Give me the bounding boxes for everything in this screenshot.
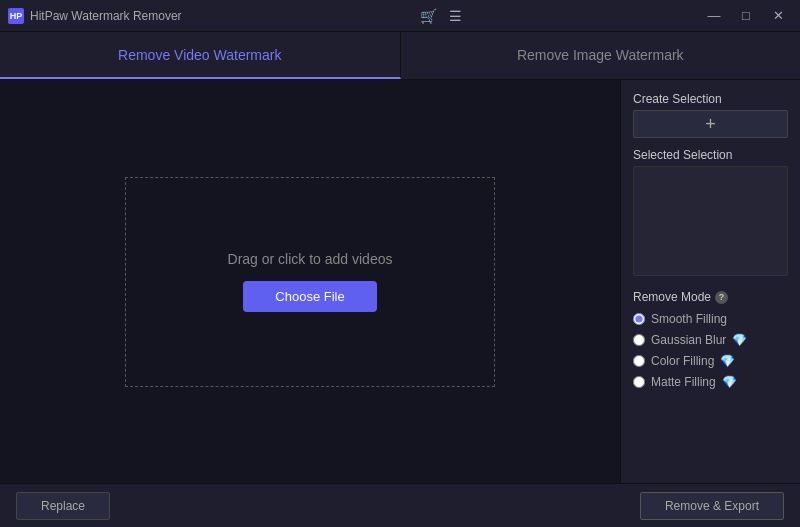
video-area: Drag or click to add videos Choose File: [0, 80, 620, 483]
drop-zone-text: Drag or click to add videos: [228, 251, 393, 267]
maximize-button[interactable]: □: [732, 6, 760, 26]
create-selection-button[interactable]: +: [633, 110, 788, 138]
tab-remove-image[interactable]: Remove Image Watermark: [401, 32, 801, 79]
radio-color-label: Color Filling: [651, 354, 714, 368]
tab-remove-video[interactable]: Remove Video Watermark: [0, 32, 401, 79]
create-selection-section: Create Selection +: [633, 92, 788, 138]
tab-video-label: Remove Video Watermark: [118, 47, 281, 63]
titlebar-left: HP HitPaw Watermark Remover: [8, 8, 182, 24]
radio-smooth-label: Smooth Filling: [651, 312, 727, 326]
radio-matte-filling[interactable]: Matte Filling 💎: [633, 375, 788, 389]
radio-color-input[interactable]: [633, 355, 645, 367]
tab-image-label: Remove Image Watermark: [517, 47, 684, 63]
radio-smooth-filling[interactable]: Smooth Filling: [633, 312, 788, 326]
bottom-bar: Replace Remove & Export: [0, 483, 800, 527]
radio-color-filling[interactable]: Color Filling 💎: [633, 354, 788, 368]
choose-file-button[interactable]: Choose File: [243, 281, 376, 312]
radio-matte-label: Matte Filling: [651, 375, 716, 389]
app-icon: HP: [8, 8, 24, 24]
remove-mode-help-icon[interactable]: ?: [715, 291, 728, 304]
titlebar: HP HitPaw Watermark Remover 🛒 ☰ — □ ✕: [0, 0, 800, 32]
drop-zone[interactable]: Drag or click to add videos Choose File: [125, 177, 495, 387]
premium-icon-matte: 💎: [722, 375, 737, 389]
right-panel: Create Selection + Selected Selection Re…: [620, 80, 800, 483]
remove-mode-section: Remove Mode ? Smooth Filling Gaussian Bl…: [633, 290, 788, 396]
premium-icon-gaussian: 💎: [732, 333, 747, 347]
remove-mode-label: Remove Mode ?: [633, 290, 788, 304]
titlebar-extra-icons: 🛒 ☰: [420, 8, 462, 24]
titlebar-controls[interactable]: — □ ✕: [700, 6, 792, 26]
replace-button[interactable]: Replace: [16, 492, 110, 520]
main-content: Drag or click to add videos Choose File …: [0, 80, 800, 483]
create-selection-label: Create Selection: [633, 92, 788, 106]
menu-icon[interactable]: ☰: [449, 8, 462, 24]
remove-export-button[interactable]: Remove & Export: [640, 492, 784, 520]
cart-icon[interactable]: 🛒: [420, 8, 437, 24]
radio-gaussian-blur[interactable]: Gaussian Blur 💎: [633, 333, 788, 347]
radio-matte-input[interactable]: [633, 376, 645, 388]
premium-icon-color: 💎: [720, 354, 735, 368]
app-title: HitPaw Watermark Remover: [30, 9, 182, 23]
radio-gaussian-label: Gaussian Blur: [651, 333, 726, 347]
selected-selection-section: Selected Selection: [633, 148, 788, 276]
radio-smooth-input[interactable]: [633, 313, 645, 325]
minimize-button[interactable]: —: [700, 6, 728, 26]
close-button[interactable]: ✕: [764, 6, 792, 26]
tab-bar: Remove Video Watermark Remove Image Wate…: [0, 32, 800, 80]
selected-selection-box: [633, 166, 788, 276]
selected-selection-label: Selected Selection: [633, 148, 788, 162]
radio-gaussian-input[interactable]: [633, 334, 645, 346]
